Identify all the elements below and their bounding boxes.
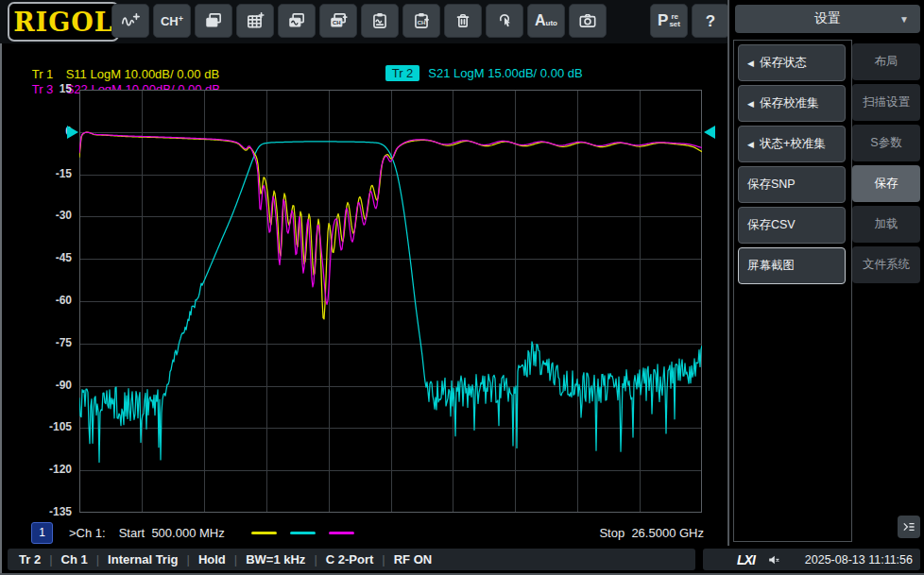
recall-trace-button[interactable]: [361, 4, 399, 38]
submenu-arrow-icon: ◀: [747, 59, 754, 68]
submenu-item[interactable]: 屏幕截图: [738, 247, 846, 284]
y-axis-tick-label: -75: [23, 336, 72, 349]
menu-header-button[interactable]: 设置 ▼: [735, 5, 920, 33]
status-item[interactable]: Internal Trig: [108, 552, 178, 567]
chevron-down-icon: ▼: [899, 14, 909, 25]
submenu-item[interactable]: ◀状态+校准集: [738, 126, 846, 162]
status-item[interactable]: RF ON: [394, 552, 432, 567]
start-frequency[interactable]: Start 500.000 MHz: [119, 526, 225, 540]
screen-left-edge: [0, 43, 2, 573]
channel-table-button[interactable]: [236, 4, 274, 38]
status-left: Tr 2|Ch 1|Internal Trig|Hold|BW=1 kHz|C …: [8, 549, 695, 570]
y-axis-tick-label: -60: [23, 294, 72, 307]
display-area: Tr 1S11 LogM 10.00dB/ 0.00 dB Tr 3S22 Lo…: [0, 43, 727, 546]
y-axis-tick-label: 0: [23, 125, 72, 138]
status-item[interactable]: BW=1 kHz: [246, 552, 305, 567]
clip-trace-icon: [369, 10, 390, 31]
trace-window-button[interactable]: [278, 4, 316, 38]
plot-canvas[interactable]: [79, 90, 702, 513]
table-add-icon: [245, 10, 265, 31]
toolbar-spacer: [610, 4, 646, 38]
touch-lock-button[interactable]: [486, 4, 523, 38]
sidebar: 设置 ▼ ◀保存状态◀保存校准集◀状态+校准集保存SNP保存CSV屏幕截图 布局…: [727, 0, 924, 546]
menu-tab[interactable]: 加载: [852, 206, 920, 243]
channel-window-button[interactable]: CH: [319, 4, 357, 38]
window-ch-icon: CH: [328, 10, 349, 31]
trace-swatches: [251, 532, 354, 534]
menu-tab[interactable]: 扫描设置: [852, 84, 920, 121]
status-item[interactable]: Hold: [198, 552, 226, 567]
ch-add-icon: CH+: [161, 15, 183, 27]
window-layout-button[interactable]: [195, 4, 232, 38]
delete-button[interactable]: [444, 4, 482, 38]
submenu-item[interactable]: ◀保存校准集: [738, 85, 846, 122]
toolbar: RIGOL CH+CHCHAutoPreset?: [0, 0, 727, 43]
submenu-item[interactable]: ◀保存状态: [738, 44, 846, 81]
ref-level-marker-left: [67, 126, 78, 139]
preset-button[interactable]: Preset: [650, 4, 688, 38]
menu-tab[interactable]: 保存: [852, 165, 920, 202]
touch-icon: [494, 10, 515, 31]
status-separator: |: [234, 552, 237, 567]
active-trace-badge[interactable]: Tr 2: [385, 65, 420, 81]
submenu-item[interactable]: 保存CSV: [738, 207, 846, 244]
stop-frequency[interactable]: Stop 26.5000 GHz: [599, 526, 704, 540]
channel-add-button[interactable]: CH+: [153, 4, 191, 38]
status-item[interactable]: C 2-Port: [326, 552, 374, 567]
status-separator: |: [96, 552, 99, 567]
submenu-item-label: 保存校准集: [760, 95, 819, 111]
sweep-info-bar: 1 >Ch 1: Start 500.000 MHz Stop 26.5000 …: [0, 521, 727, 544]
mute-icon[interactable]: [766, 552, 781, 567]
start-value: 500.000 MHz: [151, 526, 224, 540]
auto-icon: Auto: [535, 13, 557, 28]
auto-scale-button[interactable]: Auto: [527, 4, 565, 38]
stop-label: Stop: [599, 526, 625, 540]
trace-label-tr2[interactable]: Tr 2S21 LogM 15.00dB/ 0.00 dB: [365, 52, 583, 94]
submenu-item-label: 屏幕截图: [747, 258, 795, 274]
help-icon: ?: [706, 13, 715, 29]
submenu-arrow-icon: ◀: [747, 140, 754, 149]
trace2-format: S21 LogM 15.00dB/ 0.00 dB: [428, 66, 582, 80]
screenshot-button[interactable]: [569, 4, 607, 38]
brand-logo: RIGOL: [8, 2, 119, 42]
datetime: 2025-08-13 11:11:56: [805, 553, 913, 567]
vna-screen: RIGOL CH+CHCHAutoPreset? Tr 1S11 LogM 10…: [0, 0, 924, 575]
channel-prefix: >Ch 1:: [69, 526, 106, 540]
menu-tab[interactable]: 布局: [852, 43, 920, 80]
menu-header-label: 设置: [814, 10, 841, 27]
submenu-arrow-icon: ◀: [747, 99, 754, 109]
trash-icon: [453, 10, 473, 31]
trace-add-button[interactable]: [111, 4, 149, 38]
submenu-item[interactable]: 保存SNP: [738, 166, 846, 203]
svg-text:CH: CH: [418, 20, 426, 25]
trace-color-swatch: [290, 532, 316, 534]
y-axis-tick-label: -105: [23, 420, 72, 433]
submenu-panel: ◀保存状态◀保存校准集◀状态+校准集保存SNP保存CSV屏幕截图: [733, 40, 852, 542]
status-separator: |: [314, 552, 317, 567]
y-axis-tick-label: -90: [23, 379, 72, 392]
window-trace-icon: [286, 10, 307, 31]
help-button[interactable]: ?: [692, 4, 729, 38]
status-item[interactable]: Ch 1: [61, 552, 88, 567]
ref-level-marker-right: [704, 126, 715, 139]
status-separator: |: [382, 552, 385, 567]
lxi-logo: LXI: [737, 552, 755, 567]
collapse-menu-icon: [901, 519, 916, 534]
status-bar: Tr 2|Ch 1|Internal Trig|Hold|BW=1 kHz|C …: [0, 546, 924, 573]
menu-tab[interactable]: 文件系统: [852, 246, 920, 283]
svg-text:CH: CH: [333, 20, 341, 25]
collapse-menu-button[interactable]: [898, 516, 920, 538]
submenu-item-label: 状态+校准集: [760, 136, 826, 152]
recall-channel-button[interactable]: CH: [402, 4, 440, 38]
camera-icon: [577, 10, 598, 31]
status-item[interactable]: Tr 2: [19, 552, 41, 567]
y-axis-tick-label: -120: [23, 463, 72, 476]
stop-value: 26.5000 GHz: [631, 526, 704, 540]
submenu-item-label: 保存状态: [760, 55, 807, 71]
status-right: LXI 2025-08-13 11:11:56: [703, 549, 920, 570]
clip-ch-icon: CH: [411, 10, 432, 31]
submenu-item-label: 保存SNP: [747, 177, 796, 193]
menu-tab[interactable]: S参数: [852, 125, 920, 161]
start-label: Start: [119, 526, 145, 540]
channel-badge[interactable]: 1: [31, 522, 53, 544]
